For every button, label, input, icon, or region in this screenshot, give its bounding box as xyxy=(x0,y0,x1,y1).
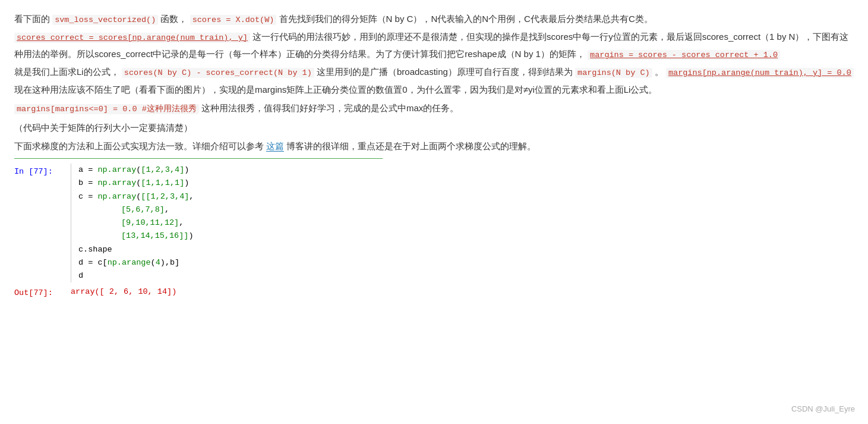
paragraph-last: 下面求梯度的方法和上面公式实现方法一致。详细介绍可以参考 这篇 博客讲的很详细，… xyxy=(14,138,854,155)
code-line-7: c.shape xyxy=(78,243,194,256)
text-8: 这种用法很秀，值得我们好好学习，完成的是公式中max的任务。 xyxy=(201,103,459,113)
text-para-last: 下面求梯度的方法和上面公式实现方法一致。详细介绍可以参考 xyxy=(14,141,264,151)
cell-out-label: Out[77]: xyxy=(14,285,71,301)
cell-in-label: In [77]: xyxy=(14,164,71,180)
func-svm-loss: svm_loss_vectorized() xyxy=(52,15,158,25)
text-intro: 看下面的 xyxy=(14,14,50,24)
text-2: 首先找到我们的得分矩阵（N by C），N代表输入的N个用例，C代表最后分类结果… xyxy=(279,14,653,24)
content-block: 看下面的 svm_loss_vectorized() 函数， scores = … xyxy=(14,11,854,301)
text-4: 就是我们上面求Li的公式， xyxy=(14,67,119,77)
text-6: 。 xyxy=(655,67,664,77)
code-line-4: [5,6,7,8], xyxy=(78,203,194,216)
code-line-2: b = np.array([1,1,1,1]) xyxy=(78,177,194,190)
output-array: array([ 2, 6, 10, 14]) xyxy=(71,287,176,296)
func-margins-nbyc: margins(N by C) xyxy=(575,68,652,78)
paragraph-line-1: 看下面的 svm_loss_vectorized() 函数， scores = … xyxy=(14,11,854,28)
code-line-3: c = np.array([[1,2,3,4], xyxy=(78,190,194,203)
text-1: 函数， xyxy=(160,14,187,24)
func-margins: margins = scores - scores_correct + 1.0 xyxy=(588,50,780,60)
code-line-9: d xyxy=(78,269,194,282)
func-scores-nbyc: scores(N by C) - scores_correct(N by 1) xyxy=(122,68,314,78)
func-scores-xdotw: scores = X.dot(W) xyxy=(190,15,277,25)
cell-code-block: a = np.array([1,2,3,4]) b = np.array([1,… xyxy=(71,164,194,282)
notebook-cell-in: In [77]: a = np.array([1,2,3,4]) b = np.… xyxy=(14,164,854,282)
func-margins-zero: margins[np.arange(num_train), y] = 0.0 xyxy=(666,68,854,78)
section-divider xyxy=(14,158,383,159)
note-text: （代码中关于矩阵的行列大小一定要搞清楚） xyxy=(14,123,192,133)
paragraph-line-5: margins[margins<=0] = 0.0 #这种用法很秀 这种用法很秀… xyxy=(14,100,854,117)
note-line: （代码中关于矩阵的行列大小一定要搞清楚） xyxy=(14,120,854,136)
link-blog[interactable]: 这篇 xyxy=(266,141,284,152)
paragraph-line-2: scores_correct = scores[np.arange(num_tr… xyxy=(14,29,854,63)
text-5: 这里用到的是广播（broadcasting）原理可自行百度，得到结果为 xyxy=(317,67,573,77)
text-7: 现在这种用法应该不陌生了吧（看看下面的图片），实现的是margins矩阵上正确分… xyxy=(14,84,657,95)
paragraph-line-3: 就是我们上面求Li的公式， scores(N by C) - scores_co… xyxy=(14,64,854,81)
code-line-5: [9,10,11,12], xyxy=(78,216,194,230)
cell-output-text: array([ 2, 6, 10, 14]) xyxy=(71,285,176,300)
paragraph-line-4: 现在这种用法应该不陌生了吧（看看下面的图片），实现的是margins矩阵上正确分… xyxy=(14,81,854,98)
code-line-8: d = c[np.arange(4),b] xyxy=(78,256,194,269)
watermark: CSDN @Juli_Eyre xyxy=(791,404,855,413)
func-scores-correct: scores_correct = scores[np.arange(num_tr… xyxy=(14,33,250,43)
code-margins-max: margins[margins<=0] = 0.0 #这种用法很秀 xyxy=(14,104,199,114)
code-line-6: [13,14,15,16]]) xyxy=(78,230,194,243)
notebook-cell-out: Out[77]: array([ 2, 6, 10, 14]) xyxy=(14,285,854,301)
code-line-1: a = np.array([1,2,3,4]) xyxy=(78,164,194,177)
text-para-last2: 博客讲的很详细，重点还是在于对上面两个求梯度公式的理解。 xyxy=(286,141,536,151)
